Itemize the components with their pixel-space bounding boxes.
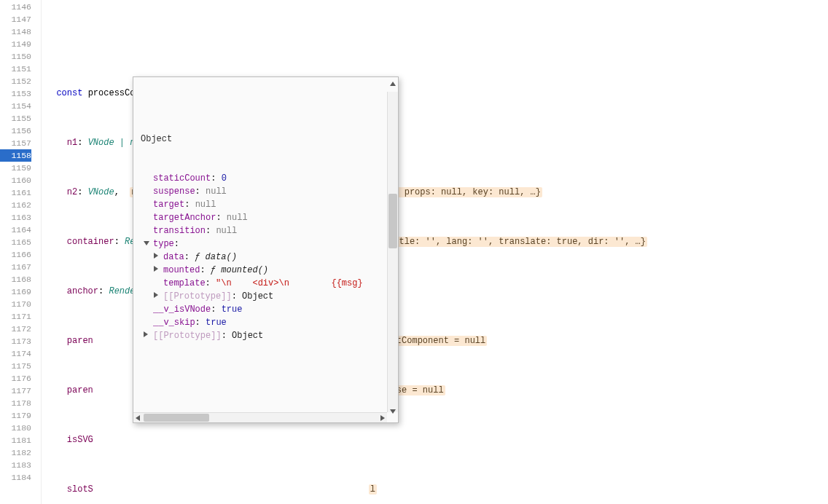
scroll-thumb[interactable]	[388, 194, 397, 248]
line-number[interactable]: 1172	[0, 323, 31, 335]
line-number[interactable]: 1179	[0, 409, 31, 422]
property-key: suspense	[153, 186, 195, 197]
line-number[interactable]: 1146	[0, 1, 31, 13]
line-number[interactable]: 1180	[0, 422, 31, 434]
property-value: null	[216, 226, 237, 236]
line-number[interactable]: 1149	[0, 38, 31, 50]
line-number[interactable]: 1161	[0, 186, 31, 199]
line-number[interactable]: 1153	[0, 87, 31, 100]
inspector-row[interactable]: transition: null	[144, 224, 394, 237]
chevron-right-icon[interactable]	[154, 292, 158, 298]
line-number[interactable]: 1163	[0, 211, 31, 224]
line-number[interactable]: 1175	[0, 360, 31, 372]
property-key: target	[153, 200, 184, 210]
inspector-row[interactable]: type:	[144, 237, 394, 251]
line-number[interactable]: 1160	[0, 174, 31, 186]
line-number[interactable]: 1181	[0, 434, 31, 446]
line-number[interactable]: 1170	[0, 298, 31, 310]
line-number[interactable]: 1159	[0, 162, 31, 174]
inspector-row[interactable]: mounted: ƒ mounted()	[144, 264, 394, 277]
property-value: null	[195, 200, 216, 210]
property-key: mounted	[163, 265, 200, 275]
property-value: null	[227, 213, 248, 223]
property-value: null	[206, 186, 227, 197]
property-key: targetAnchor	[153, 213, 216, 223]
property-value: true	[222, 304, 243, 315]
chevron-right-icon[interactable]	[144, 331, 148, 337]
line-number[interactable]: 1150	[0, 50, 31, 63]
line-number[interactable]: 1152	[0, 75, 31, 87]
line-number[interactable]: 1178	[0, 397, 31, 409]
line-number[interactable]: 1158	[0, 149, 31, 162]
line-number[interactable]: 1177	[0, 385, 31, 397]
line-number[interactable]: 1173	[0, 335, 31, 347]
line-number[interactable]: 1171	[0, 310, 31, 323]
inspector-row[interactable]: [[Prototype]]: Object	[144, 329, 394, 342]
popup-vertical-scrollbar[interactable]	[387, 92, 398, 412]
property-value: Object	[242, 291, 273, 302]
property-key: staticCount	[153, 173, 211, 184]
inspector-row[interactable]: [[Prototype]]: Object	[144, 290, 394, 303]
inspector-row[interactable]: __v_skip: true	[144, 316, 394, 329]
scroll-right-icon[interactable]	[380, 415, 385, 421]
line-number[interactable]: 1154	[0, 100, 31, 112]
property-key: template	[163, 278, 206, 288]
inspector-row[interactable]: __v_isVNode: true	[144, 303, 394, 316]
chevron-right-icon[interactable]	[154, 266, 158, 272]
property-key: __v_isVNode	[153, 304, 211, 315]
line-number[interactable]: 1184	[0, 471, 31, 484]
inspector-row[interactable]: suspense: null	[144, 185, 394, 198]
popup-title: Object	[139, 133, 394, 146]
inspector-row[interactable]: template: "\n <div>\n {{msg}	[144, 277, 394, 290]
line-number-gutter[interactable]: 1146114711481149115011511152115311541155…	[0, 0, 42, 504]
line-number[interactable]: 1164	[0, 224, 31, 236]
line-number[interactable]: 1155	[0, 112, 31, 125]
property-value: ƒ data()	[195, 252, 237, 262]
object-inspector-popup[interactable]: Object staticCount: 0suspense: nulltarge…	[133, 76, 399, 423]
line-number[interactable]: 1174	[0, 347, 31, 360]
line-number[interactable]: 1168	[0, 273, 31, 286]
popup-horizontal-scrollbar[interactable]	[133, 412, 387, 422]
property-key: data	[163, 252, 184, 262]
inspector-row[interactable]: staticCount: 0	[144, 172, 394, 185]
property-key: [[Prototype]]	[163, 291, 232, 302]
line-number[interactable]: 1148	[0, 25, 31, 38]
scroll-down-icon[interactable]	[390, 409, 396, 414]
property-key: __v_skip	[153, 318, 195, 328]
property-value: true	[206, 318, 227, 328]
property-key: transition	[153, 226, 206, 236]
scroll-left-icon[interactable]	[136, 415, 140, 421]
line-number[interactable]: 1182	[0, 446, 31, 459]
line-number[interactable]: 1165	[0, 236, 31, 248]
line-number[interactable]: 1166	[0, 248, 31, 261]
property-value: 0	[222, 173, 227, 184]
inspector-row[interactable]: data: ƒ data()	[144, 251, 394, 264]
code-area[interactable]: const processComponent = ( n1: VNode | n…	[42, 0, 828, 504]
chevron-down-icon[interactable]	[144, 241, 149, 245]
inlay-hint: l	[369, 484, 377, 495]
line-number[interactable]: 1167	[0, 261, 31, 273]
inspector-row[interactable]: target: null	[144, 198, 394, 211]
line-number[interactable]: 1169	[0, 286, 31, 298]
line-number[interactable]: 1156	[0, 125, 31, 137]
line-number[interactable]: 1157	[0, 137, 31, 149]
property-key: [[Prototype]]	[153, 331, 222, 341]
inspector-row[interactable]: targetAnchor: null	[144, 211, 394, 224]
line-number[interactable]: 1147	[0, 13, 31, 25]
line-number[interactable]: 1176	[0, 372, 31, 385]
property-value: Object	[232, 331, 263, 341]
scroll-thumb[interactable]	[144, 414, 209, 422]
line-number[interactable]: 1183	[0, 459, 31, 471]
line-number[interactable]: 1162	[0, 199, 31, 211]
scroll-up-icon[interactable]	[390, 82, 396, 86]
code-line: slotSl	[46, 484, 828, 496]
chevron-right-icon[interactable]	[154, 253, 158, 259]
line-number[interactable]: 1151	[0, 63, 31, 75]
code-line	[46, 38, 828, 50]
property-value: ƒ mounted()	[211, 265, 268, 275]
code-editor: 1146114711481149115011511152115311541155…	[0, 0, 828, 504]
